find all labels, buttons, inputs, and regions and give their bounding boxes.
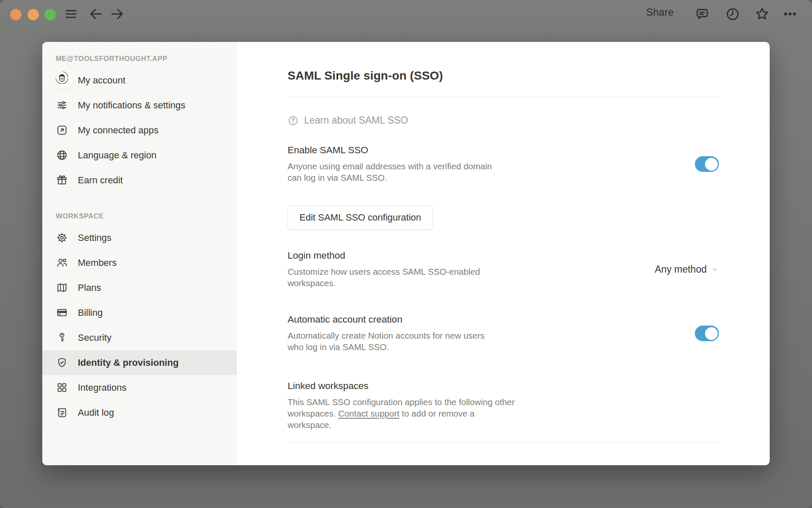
sidebar-item-plans[interactable]: Plans	[42, 275, 237, 300]
sliders-icon	[56, 99, 73, 111]
comment-icon	[695, 7, 710, 22]
sidebar-item-label: Earn credit	[78, 175, 123, 186]
sidebar-item-integrations[interactable]: Integrations	[42, 375, 237, 400]
automatic-account-creation-section: Automatic account creation Automatically…	[288, 314, 719, 353]
linked-workspaces-section: Linked workspaces This SAML SSO configur…	[288, 381, 719, 431]
toggle-knob	[705, 327, 718, 340]
settings-sidebar: ME@TOOLSFORTHOUGHT.APP	[42, 42, 237, 465]
sidebar-item-label: Billing	[78, 307, 103, 318]
enable-saml-description: Anyone using email addresses with a veri…	[288, 160, 505, 183]
connected-apps-icon	[56, 124, 73, 136]
question-circle-icon	[288, 115, 299, 126]
account-section-title: ME@TOOLSFORTHOUGHT.APP	[42, 55, 237, 63]
gear-icon	[56, 232, 73, 244]
learn-about-saml-link[interactable]: Learn about SAML SSO	[288, 115, 719, 126]
sidebar-item-earn-credit[interactable]: Earn credit	[42, 168, 237, 193]
sidebar-item-billing[interactable]: Billing	[42, 300, 237, 325]
login-method-dropdown[interactable]: Any method	[655, 264, 719, 275]
back-button[interactable]	[88, 6, 104, 22]
sidebar-item-label: Members	[78, 257, 117, 268]
forward-button[interactable]	[109, 6, 125, 22]
chevron-down-icon	[711, 265, 719, 273]
history-clock-icon	[725, 7, 740, 22]
sidebar-item-label: Integrations	[78, 382, 126, 393]
enable-saml-heading: Enable SAML SSO	[288, 145, 505, 156]
back-arrow-icon	[88, 6, 104, 22]
sidebar-item-security[interactable]: Security	[42, 325, 237, 350]
sidebar-item-label: Language & region	[78, 150, 156, 161]
sidebar-item-label: My connected apps	[78, 125, 159, 136]
sidebar-item-label: Security	[78, 332, 111, 343]
key-icon	[56, 331, 73, 344]
linked-workspaces-description: This SAML SSO configuration applies to t…	[288, 396, 518, 431]
login-method-section: Login method Customize how users access …	[288, 250, 719, 289]
audit-log-icon	[56, 406, 73, 419]
auto-account-description: Automatically create Notion accounts for…	[288, 330, 501, 353]
sidebar-menu-button[interactable]	[63, 6, 79, 22]
members-icon	[56, 257, 73, 269]
close-window-button[interactable]	[10, 9, 22, 20]
edit-saml-configuration-button[interactable]: Edit SAML SSO configuration	[288, 205, 433, 230]
sidebar-item-label: Audit log	[78, 407, 114, 418]
settings-content: SAML Single sign-on (SSO) Learn about SA…	[237, 42, 770, 465]
bottom-divider	[288, 442, 719, 442]
star-icon	[754, 6, 770, 22]
auto-account-heading: Automatic account creation	[288, 314, 501, 325]
sidebar-item-members[interactable]: Members	[42, 250, 237, 275]
enable-saml-toggle[interactable]	[695, 156, 719, 172]
sidebar-item-notifications-settings[interactable]: My notifications & settings	[42, 93, 237, 118]
sidebar-item-identity-provisioning[interactable]: Identity & provisioning	[42, 350, 237, 375]
login-method-heading: Login method	[288, 250, 486, 261]
shield-check-icon	[56, 356, 73, 369]
auto-account-toggle[interactable]	[695, 326, 719, 341]
map-icon	[56, 282, 73, 294]
learn-about-saml-label: Learn about SAML SSO	[304, 115, 408, 126]
gift-icon	[56, 174, 73, 186]
sidebar-item-label: Settings	[78, 232, 112, 243]
enable-saml-section: Enable SAML SSO Anyone using email addre…	[288, 145, 719, 183]
toggle-knob	[705, 158, 718, 171]
settings-dialog: ME@TOOLSFORTHOUGHT.APP	[42, 42, 770, 465]
sidebar-item-label: Plans	[78, 282, 101, 293]
contact-support-link[interactable]: Contact support	[338, 409, 400, 418]
sidebar-item-my-account[interactable]: My account	[42, 68, 237, 93]
sidebar-item-label: My notifications & settings	[78, 100, 185, 111]
minimize-window-button[interactable]	[27, 9, 39, 20]
sidebar-item-label: Identity & provisioning	[78, 357, 178, 368]
hamburger-icon	[64, 7, 78, 21]
updates-button[interactable]	[724, 6, 741, 22]
globe-icon	[56, 149, 73, 161]
sidebar-item-language-region[interactable]: Language & region	[42, 143, 237, 168]
sidebar-item-audit-log[interactable]: Audit log	[42, 400, 237, 425]
sidebar-item-connected-apps[interactable]: My connected apps	[42, 118, 237, 143]
login-method-description: Customize how users access SAML SSO-enab…	[288, 266, 486, 289]
more-options-button[interactable]	[782, 6, 798, 22]
app-window: Share ME@TOOLSFORTHOUGHT.APP	[0, 0, 812, 508]
page-title: SAML Single sign-on (SSO)	[288, 69, 719, 83]
forward-arrow-icon	[110, 6, 125, 22]
favorite-button[interactable]	[754, 6, 770, 22]
zoom-window-button[interactable]	[44, 9, 56, 20]
sidebar-item-settings[interactable]: Settings	[42, 225, 237, 250]
more-ellipsis-icon	[782, 6, 798, 22]
title-divider	[288, 97, 719, 97]
window-titlebar: Share	[0, 0, 812, 27]
credit-card-icon	[56, 306, 73, 319]
linked-workspaces-heading: Linked workspaces	[288, 381, 719, 392]
comments-button[interactable]	[694, 6, 710, 22]
sidebar-item-label: My account	[78, 75, 126, 86]
workspace-section-title: WORKSPACE	[42, 212, 237, 220]
share-button[interactable]: Share	[646, 6, 674, 18]
login-method-value: Any method	[655, 264, 707, 275]
grid-icon	[56, 381, 73, 394]
avatar	[56, 72, 73, 89]
